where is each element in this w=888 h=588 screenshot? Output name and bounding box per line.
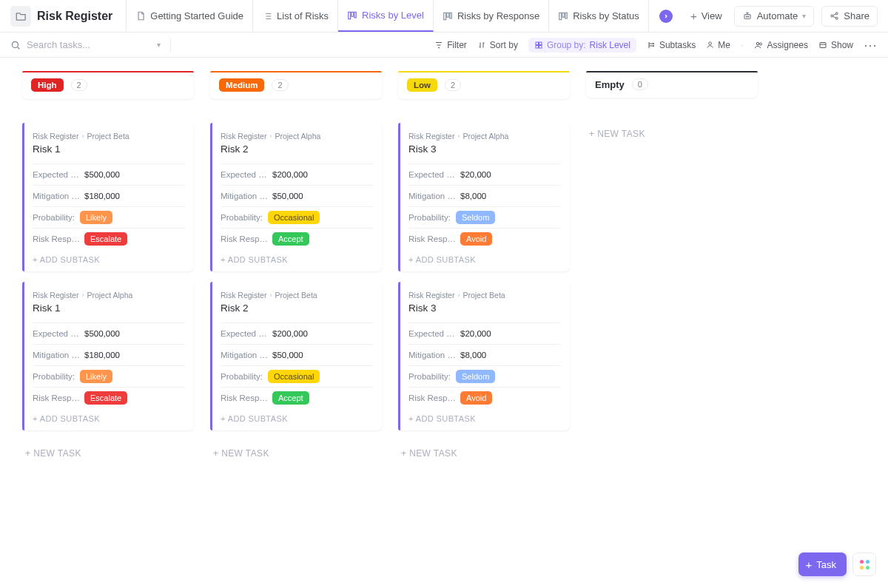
field-label: Mitigation …: [33, 192, 84, 200]
crumb-project: Project Alpha: [275, 132, 320, 141]
expected-cost: $20,000: [460, 170, 491, 179]
probability-tag: Occasional: [268, 370, 320, 383]
column-header[interactable]: Low2: [398, 71, 570, 99]
response-tag: Avoid: [460, 391, 492, 405]
tabs-scroll-right[interactable]: [659, 10, 673, 23]
new-task-button[interactable]: + NEW TASK: [22, 441, 194, 466]
field-label: Mitigation …: [221, 351, 272, 359]
task-card[interactable]: Risk Register›Project AlphaRisk 1Expecte…: [22, 282, 194, 430]
expected-cost: $500,000: [84, 329, 120, 338]
group-value: Risk Level: [590, 40, 630, 50]
me-button[interactable]: Me: [706, 40, 730, 50]
board-icon: [443, 11, 453, 21]
fab-label: Task: [816, 559, 836, 570]
sort-button[interactable]: Sort by: [477, 40, 518, 50]
tab-risks-by-status[interactable]: Risks by Status: [549, 0, 649, 32]
add-subtask-button[interactable]: + ADD SUBTASK: [25, 408, 194, 430]
add-subtask-button[interactable]: + ADD SUBTASK: [25, 249, 194, 271]
crumb-project: Project Alpha: [87, 291, 132, 300]
column-high: High2Risk Register›Project BetaRisk 1Exp…: [22, 71, 194, 466]
card-title: Risk 3: [408, 143, 561, 155]
svg-rect-28: [820, 42, 826, 47]
svg-rect-19: [536, 42, 539, 45]
share-button[interactable]: Share: [821, 6, 878, 27]
filter-button[interactable]: Filter: [434, 40, 467, 50]
svg-rect-4: [447, 13, 449, 17]
topbar: Risk Register Getting Started Guide List…: [0, 0, 888, 33]
count-badge: 2: [445, 79, 461, 91]
subtasks-button[interactable]: Subtasks: [647, 40, 696, 50]
tab-risks-by-response[interactable]: Risks by Response: [434, 0, 549, 32]
group-by-button[interactable]: Group by: Risk Level: [528, 38, 636, 53]
tab-risks-by-level[interactable]: Risks by Level: [338, 0, 434, 32]
task-card[interactable]: Risk Register›Project AlphaRisk 2Expecte…: [210, 123, 382, 271]
new-task-fab[interactable]: + Task: [798, 552, 847, 576]
label: Sort by: [490, 40, 518, 50]
topbar-right: Automate ▾ Share: [734, 6, 878, 27]
more-options[interactable]: ⋯: [864, 37, 878, 53]
count-badge: 0: [632, 78, 648, 90]
svg-rect-21: [536, 45, 539, 48]
new-task-button[interactable]: + NEW TASK: [398, 441, 570, 466]
tab-getting-started[interactable]: Getting Started Guide: [126, 0, 253, 32]
task-card[interactable]: Risk Register›Project AlphaRisk 3Expecte…: [398, 123, 570, 271]
svg-rect-5: [450, 13, 451, 18]
label: Filter: [447, 40, 467, 50]
show-button[interactable]: Show: [818, 40, 853, 50]
column-header[interactable]: Empty0: [586, 71, 758, 98]
svg-point-24: [653, 45, 654, 47]
mitigation-cost: $8,000: [460, 351, 486, 359]
response-tag: Accept: [272, 232, 309, 246]
tab-costs-of[interactable]: Costs of: [649, 0, 658, 32]
column-low: Low2Risk Register›Project AlphaRisk 3Exp…: [398, 71, 570, 466]
column-header[interactable]: Medium2: [210, 71, 382, 99]
view-label: View: [702, 10, 722, 21]
new-task-button[interactable]: + NEW TASK: [586, 121, 758, 146]
label: Assignees: [767, 40, 808, 50]
task-card[interactable]: Risk Register›Project BetaRisk 1Expected…: [22, 123, 194, 271]
breadcrumb: Risk Register›Project Beta: [408, 291, 561, 300]
mitigation-cost: $180,000: [84, 351, 120, 359]
folder-icon[interactable]: [10, 6, 31, 27]
task-card[interactable]: Risk Register›Project BetaRisk 3Expected…: [398, 282, 570, 430]
add-subtask-button[interactable]: + ADD SUBTASK: [213, 408, 382, 430]
field-label: Expected C…: [408, 329, 460, 338]
chevron-right-icon: ›: [81, 132, 84, 140]
svg-rect-20: [539, 42, 542, 45]
automate-button[interactable]: Automate ▾: [734, 6, 815, 27]
task-card[interactable]: Risk Register›Project BetaRisk 2Expected…: [210, 282, 382, 430]
response-tag: Escalate: [84, 232, 127, 246]
search-input[interactable]: [27, 39, 151, 50]
column-header[interactable]: High2: [22, 71, 194, 99]
tab-list-of-risks[interactable]: List of Risks: [253, 0, 338, 32]
new-task-button[interactable]: + NEW TASK: [210, 441, 382, 466]
mitigation-cost: $180,000: [84, 192, 120, 200]
svg-rect-7: [562, 13, 565, 17]
add-subtask-button[interactable]: + ADD SUBTASK: [401, 249, 570, 271]
field-label: Risk Respo…: [221, 393, 272, 402]
crumb-root: Risk Register: [408, 132, 454, 141]
chevron-down-icon[interactable]: ▾: [157, 41, 161, 49]
crumb-root: Risk Register: [33, 132, 78, 141]
card-title: Risk 2: [221, 303, 373, 314]
add-view-button[interactable]: + View: [683, 10, 730, 22]
field-label: Probability:: [221, 372, 268, 381]
apps-icon: [860, 560, 870, 570]
list-icon: [262, 11, 272, 21]
plus-icon: +: [806, 558, 813, 571]
svg-point-26: [756, 42, 759, 45]
assignees-button[interactable]: Assignees: [754, 40, 808, 50]
crumb-project: Project Beta: [87, 132, 129, 141]
expected-cost: $20,000: [460, 329, 491, 338]
probability-tag: Occasional: [268, 211, 320, 224]
add-subtask-button[interactable]: + ADD SUBTASK: [213, 249, 382, 271]
board: High2Risk Register›Project BetaRisk 1Exp…: [0, 58, 888, 588]
apps-fab[interactable]: [852, 552, 876, 576]
breadcrumb: Risk Register›Project Beta: [221, 291, 373, 300]
share-icon: [830, 11, 839, 21]
svg-rect-1: [352, 12, 354, 16]
label: Me: [718, 40, 730, 50]
probability-tag: Likely: [80, 370, 112, 383]
add-subtask-button[interactable]: + ADD SUBTASK: [401, 408, 570, 430]
label: Show: [831, 40, 853, 50]
